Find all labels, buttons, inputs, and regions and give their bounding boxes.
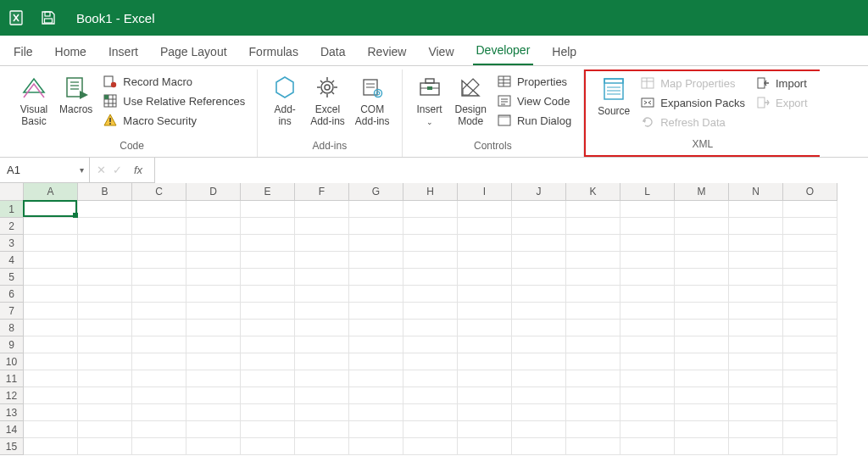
cell[interactable] — [729, 370, 783, 387]
cell[interactable] — [512, 235, 566, 252]
cell[interactable] — [349, 421, 403, 438]
cell[interactable] — [729, 269, 783, 286]
excel-addins-button[interactable]: Excel Add-ins — [305, 71, 350, 129]
row-header[interactable]: 6 — [0, 286, 24, 303]
cell[interactable] — [349, 320, 403, 336]
cell[interactable] — [403, 218, 458, 235]
cell[interactable] — [295, 387, 349, 404]
cell[interactable] — [566, 336, 620, 353]
cell[interactable] — [403, 201, 458, 218]
cell[interactable] — [458, 286, 512, 303]
cell[interactable] — [566, 286, 620, 303]
row-header[interactable]: 13 — [0, 404, 24, 421]
cell[interactable] — [78, 320, 132, 336]
column-header[interactable]: C — [132, 183, 186, 201]
row-header[interactable]: 14 — [0, 421, 24, 438]
cell[interactable] — [620, 218, 675, 235]
cell[interactable] — [295, 421, 349, 438]
formula-input[interactable] — [155, 158, 868, 183]
cell[interactable] — [295, 404, 349, 421]
cell[interactable] — [403, 269, 458, 286]
cell[interactable] — [512, 387, 566, 404]
cell[interactable] — [241, 201, 295, 218]
cell[interactable] — [78, 303, 132, 320]
cell[interactable] — [241, 286, 295, 303]
cell[interactable] — [566, 387, 620, 404]
cell[interactable] — [729, 421, 783, 438]
cell[interactable] — [783, 201, 837, 218]
cell[interactable] — [729, 235, 783, 252]
cell[interactable] — [403, 286, 458, 303]
cell[interactable] — [349, 303, 403, 320]
cell[interactable] — [783, 218, 837, 235]
cell[interactable] — [729, 336, 783, 353]
cell[interactable] — [24, 303, 78, 320]
cell[interactable] — [24, 336, 78, 353]
cell[interactable] — [78, 336, 132, 353]
cell[interactable] — [132, 404, 186, 421]
cell[interactable] — [186, 320, 241, 336]
cell[interactable] — [458, 201, 512, 218]
cell[interactable] — [78, 252, 132, 269]
cell[interactable] — [295, 218, 349, 235]
cell[interactable] — [78, 404, 132, 421]
cell[interactable] — [132, 218, 186, 235]
cell[interactable] — [78, 201, 132, 218]
cell[interactable] — [458, 235, 512, 252]
cell[interactable] — [295, 269, 349, 286]
column-header[interactable]: J — [512, 183, 566, 201]
cell[interactable] — [132, 303, 186, 320]
cell[interactable] — [512, 320, 566, 336]
cell[interactable] — [186, 286, 241, 303]
visual-basic-button[interactable]: Visual Basic — [14, 71, 54, 129]
cell[interactable] — [24, 353, 78, 370]
cell[interactable] — [512, 252, 566, 269]
cell[interactable] — [241, 218, 295, 235]
cell[interactable] — [186, 303, 241, 320]
column-header[interactable]: N — [729, 183, 783, 201]
add-ins-button[interactable]: Add- ins — [264, 71, 305, 129]
cell[interactable] — [566, 235, 620, 252]
cell[interactable] — [675, 336, 729, 353]
cell[interactable] — [566, 269, 620, 286]
cell[interactable] — [241, 252, 295, 269]
cell[interactable] — [403, 235, 458, 252]
cell[interactable] — [620, 336, 675, 353]
cell[interactable] — [783, 438, 837, 455]
cell[interactable] — [186, 438, 241, 455]
cell[interactable] — [403, 438, 458, 455]
macro-security-button[interactable]: Macro Security — [101, 112, 247, 129]
cell[interactable] — [24, 387, 78, 404]
cell[interactable] — [186, 421, 241, 438]
row-header[interactable]: 12 — [0, 387, 24, 404]
tab-review[interactable]: Review — [364, 42, 410, 65]
use-relative-references-button[interactable]: Use Relative References — [101, 92, 247, 109]
cell[interactable] — [729, 303, 783, 320]
cell[interactable] — [620, 353, 675, 370]
column-header[interactable]: E — [241, 183, 295, 201]
row-header[interactable]: 8 — [0, 320, 24, 336]
cell[interactable] — [783, 269, 837, 286]
cell[interactable] — [241, 421, 295, 438]
cells-area[interactable] — [24, 201, 837, 455]
cell[interactable] — [295, 320, 349, 336]
cell[interactable] — [78, 370, 132, 387]
row-header[interactable]: 1 — [0, 201, 24, 218]
cell[interactable] — [675, 438, 729, 455]
cell[interactable] — [241, 438, 295, 455]
cell[interactable] — [675, 320, 729, 336]
cell[interactable] — [783, 421, 837, 438]
cell[interactable] — [458, 269, 512, 286]
row-header[interactable]: 2 — [0, 218, 24, 235]
cell[interactable] — [620, 269, 675, 286]
cell[interactable] — [403, 336, 458, 353]
cell[interactable] — [675, 421, 729, 438]
cell[interactable] — [675, 269, 729, 286]
row-header[interactable]: 4 — [0, 252, 24, 269]
save-button[interactable] — [39, 8, 58, 27]
cell[interactable] — [186, 336, 241, 353]
cell[interactable] — [512, 336, 566, 353]
cell[interactable] — [566, 370, 620, 387]
cell[interactable] — [512, 303, 566, 320]
cell[interactable] — [566, 252, 620, 269]
